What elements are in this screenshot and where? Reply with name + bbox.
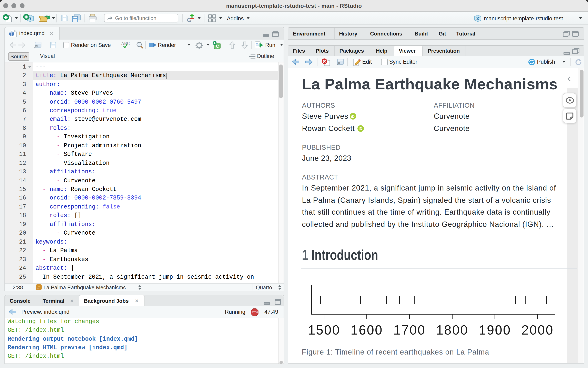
svg-text:STOP: STOP <box>252 311 258 313</box>
svg-text:C: C <box>216 44 219 49</box>
svg-text:R: R <box>476 16 479 20</box>
svg-text:ABC: ABC <box>121 41 130 46</box>
svg-text:iD: iD <box>358 127 362 130</box>
svg-text:G: G <box>187 17 192 23</box>
svg-text:iD: iD <box>351 115 355 119</box>
